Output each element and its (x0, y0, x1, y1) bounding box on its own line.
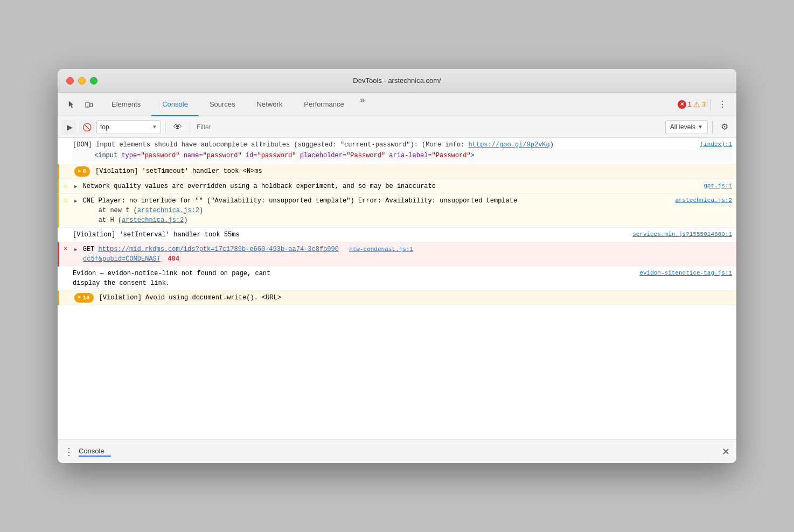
toolbar-divider-2 (190, 121, 190, 133)
warn-source-1[interactable]: gpt.js:1 (699, 181, 732, 191)
dom-message-text: [DOM] Input elements should have autocom… (73, 141, 469, 149)
dom-link[interactable]: https://goo.gl/9p2vKq (469, 141, 550, 149)
error-url-part2[interactable]: dc5f&pubid=CONDENAST (83, 255, 161, 263)
violation-text-2: [Violation] Avoid using document.write()… (99, 293, 281, 303)
warn-cne-detail-1: at new t (arstechnica.js:2) (74, 206, 668, 215)
error-url-link[interactable]: https://mid.rkdms.com/ids?ptk=17c1789b-e… (98, 246, 338, 253)
dom-source[interactable]: (index):1 (696, 140, 732, 149)
console-settings-button[interactable]: ⚙ (717, 120, 732, 135)
inspect-element-button[interactable] (64, 97, 79, 112)
console-entry-error-404: ✕ ▶ GET https://mid.rkdms.com/ids?ptk=17… (58, 242, 736, 267)
settings-button[interactable]: ⋮ (715, 97, 730, 112)
bottom-console-label: Console (79, 447, 111, 455)
run-button[interactable]: ▶ (62, 120, 77, 135)
console-output: [DOM] Input elements should have autocom… (58, 138, 736, 439)
error-circle-icon: ✕ (64, 246, 67, 252)
warn-cne-title: CNE Player: no interlude for "" ("Availa… (83, 197, 518, 205)
toolbar-right-divider (712, 121, 713, 133)
tabbar-left-icons (60, 93, 101, 116)
setinterval-text: [Violation] 'setInterval' handler took 5… (73, 230, 626, 240)
levels-label: All levels (670, 123, 695, 131)
console-entry-dom: [DOM] Input elements should have autocom… (58, 138, 736, 164)
svg-point-2 (87, 106, 88, 107)
console-toolbar: ▶ 🚫 top ▼ 👁 All levels ▼ ⚙ (58, 116, 736, 138)
context-selector[interactable]: top ▼ (96, 120, 161, 134)
warn-message-1: Network quality values are overridden us… (83, 183, 436, 190)
warning-icon: ⚠ (693, 100, 700, 109)
device-icon (85, 100, 93, 109)
device-toolbar-button[interactable] (81, 97, 96, 112)
tab-sources[interactable]: Sources (199, 93, 246, 116)
evidon-source[interactable]: evidon-sitenotice-tag.js:1 (635, 269, 732, 278)
close-button[interactable] (66, 77, 74, 85)
cne-link-2[interactable]: arstechnica.js:2 (122, 216, 184, 224)
console-entry-violation-1: 6 [Violation] 'setTimeout' handler took … (58, 164, 736, 179)
violation-badge-6[interactable]: 6 (74, 166, 90, 177)
levels-arrow-icon: ▼ (698, 124, 703, 130)
cne-link-1[interactable]: arstechnica.js:2 (137, 207, 199, 214)
context-value: top (100, 123, 150, 131)
window-title: DevTools - arstechnica.com/ (353, 76, 441, 85)
tab-console[interactable]: Console (151, 93, 199, 116)
console-entry-warn-2: ⚠ ▶ CNE Player: no interlude for "" ("Av… (58, 194, 736, 228)
devtools-window: DevTools - arstechnica.com/ Elements (58, 69, 736, 463)
eye-button[interactable]: 👁 (170, 120, 185, 135)
error-url-continuation: dc5f&pubid=CONDENAST 404 (74, 254, 732, 264)
context-arrow-icon: ▼ (152, 124, 157, 130)
svg-rect-1 (90, 103, 93, 107)
warning-triangle-icon-2: ⚠ (64, 197, 67, 204)
maximize-button[interactable] (90, 77, 97, 85)
violation-badge-18[interactable]: 18 (74, 293, 94, 303)
error-source-inline[interactable]: htw-condenast.js:1 (345, 246, 413, 253)
bottom-dots-button[interactable]: ⋮ (64, 446, 74, 458)
error-status-404: 404 (168, 255, 179, 263)
console-tab-underline (79, 456, 111, 457)
tab-performance[interactable]: Performance (293, 93, 354, 116)
error-icon: ✕ (678, 100, 686, 109)
error-expand-icon: ▶ (74, 247, 77, 254)
setinterval-source[interactable]: services.min.js?1555014600:1 (628, 230, 732, 239)
levels-dropdown[interactable]: All levels ▼ (665, 120, 708, 134)
expand-arrow-icon: ▶ (74, 184, 77, 191)
warn-cne-detail-2: at H (arstechnica.js:2) (74, 215, 668, 225)
evidon-text: Evidon — evidon-notice-link not found on… (73, 269, 633, 288)
warn-count-badge[interactable]: ⚠ 3 (693, 100, 706, 109)
console-entry-warn-1: ⚠ ▶ Network quality values are overridde… (58, 179, 736, 194)
tabs-container: Elements Console Sources Network Perform… (101, 93, 673, 116)
tab-network[interactable]: Network (246, 93, 294, 116)
warning-triangle-icon: ⚠ (64, 183, 67, 189)
traffic-lights (66, 77, 97, 85)
dom-code: <input type="password" name="password" i… (73, 150, 732, 162)
console-entry-evidon: Evidon — evidon-notice-link not found on… (58, 267, 736, 291)
tab-elements[interactable]: Elements (101, 93, 151, 116)
titlebar: DevTools - arstechnica.com/ (58, 69, 736, 93)
console-entry-violation-2: 18 [Violation] Avoid using document.writ… (58, 291, 736, 306)
warn-source-2[interactable]: arstechnica.js:2 (671, 196, 732, 205)
error-get-text: GET (83, 246, 99, 253)
violation-text-1: [Violation] 'setTimeout' handler took <N… (95, 166, 262, 176)
filter-input[interactable] (194, 120, 663, 134)
tab-bar: Elements Console Sources Network Perform… (58, 93, 736, 116)
bottom-bar: ⋮ Console ✕ (58, 439, 736, 463)
minimize-button[interactable] (78, 77, 86, 85)
console-entry-setinterval: [Violation] 'setInterval' handler took 5… (58, 228, 736, 242)
more-tabs-button[interactable]: » (355, 93, 370, 108)
expand-arrow-icon-2: ▶ (74, 198, 77, 206)
bottom-close-button[interactable]: ✕ (722, 446, 730, 458)
tabbar-right-icons: ✕ 1 ⚠ 3 ⋮ (673, 93, 734, 116)
tabbar-divider (710, 99, 711, 110)
toolbar-divider (165, 121, 166, 133)
clear-console-button[interactable]: 🚫 (79, 120, 94, 135)
cursor-icon (67, 100, 76, 109)
error-count-badge[interactable]: ✕ 1 (678, 100, 692, 109)
